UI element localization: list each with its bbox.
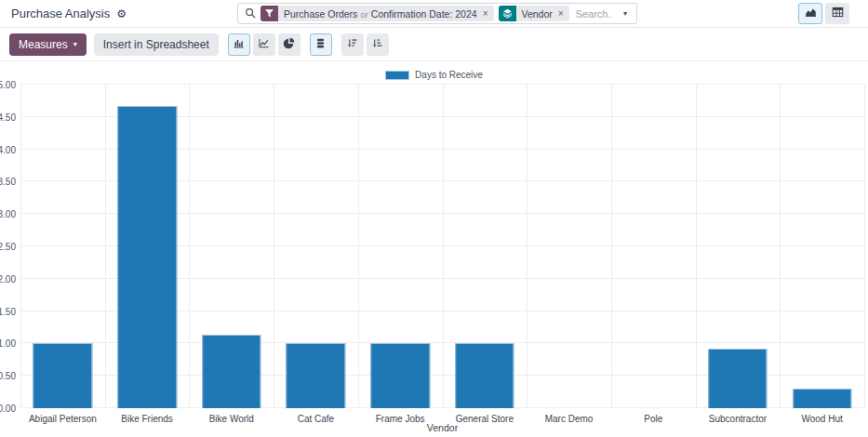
- v-gridline: [780, 85, 781, 408]
- chevron-down-icon: ▾: [73, 41, 77, 48]
- control-toolbar: Measures ▾ Insert in Spreadsheet: [0, 28, 868, 61]
- y-tick-label: 3.50: [0, 177, 16, 187]
- search-icon: [245, 7, 257, 20]
- y-tick-label: 1.00: [0, 338, 16, 349]
- sort-ascending-button[interactable]: [367, 33, 389, 56]
- graph-view-icon: [804, 6, 818, 21]
- bar[interactable]: [708, 349, 767, 408]
- view-switcher: [798, 3, 849, 24]
- y-tick-label: 0.00: [0, 404, 16, 414]
- sort-descending-button[interactable]: [341, 33, 364, 56]
- sort-group: [341, 33, 389, 56]
- close-icon[interactable]: ×: [479, 8, 494, 19]
- bar[interactable]: [370, 343, 429, 408]
- chart-legend[interactable]: Days to Receive: [0, 70, 868, 80]
- y-tick-label: 4.50: [0, 112, 16, 122]
- legend-label: Days to Receive: [415, 70, 483, 80]
- y-tick-label: 3.00: [0, 209, 16, 219]
- pie-chart-icon: [283, 37, 295, 52]
- stacked-icon: [314, 37, 327, 52]
- y-tick-label: 2.50: [0, 242, 16, 252]
- measures-button[interactable]: Measures ▾: [9, 33, 87, 56]
- pivot-view-button[interactable]: [825, 3, 849, 24]
- facet-filter-part1: Purchase Orders: [284, 8, 357, 20]
- facet-filter-part2: Confirmation Date: 2024: [371, 8, 477, 20]
- bar-chart-button[interactable]: [228, 33, 250, 56]
- facet-filter: Purchase OrdersorConfirmation Date: 2024…: [260, 6, 494, 21]
- v-gridline: [611, 85, 612, 408]
- facet-groupby-label: Vendor: [516, 8, 554, 20]
- v-gridline: [864, 85, 865, 408]
- search-input[interactable]: [574, 7, 614, 20]
- stacked-group: [310, 33, 332, 56]
- bar[interactable]: [202, 335, 260, 408]
- y-tick-label: 5.00: [0, 80, 16, 90]
- line-chart-icon: [258, 37, 270, 52]
- filter-icon: [260, 6, 278, 21]
- graph-view-button[interactable]: [798, 3, 822, 24]
- pie-chart-button[interactable]: [278, 33, 300, 56]
- bar[interactable]: [33, 343, 92, 408]
- search-bar[interactable]: Purchase OrdersorConfirmation Date: 2024…: [237, 3, 637, 24]
- v-gridline: [443, 85, 444, 408]
- graph-chart: Days to Receive 0.000.501.001.502.002.50…: [0, 61, 868, 436]
- chevron-down-icon[interactable]: ▾: [614, 9, 636, 18]
- gear-icon[interactable]: ⚙: [116, 8, 127, 20]
- v-gridline: [358, 85, 359, 408]
- y-tick-label: 0.50: [0, 371, 16, 381]
- measures-label: Measures: [19, 38, 68, 51]
- top-bar: Purchase Analysis ⚙ Purchase OrdersorCon…: [0, 0, 868, 28]
- bar[interactable]: [117, 106, 176, 408]
- insert-in-spreadsheet-button[interactable]: Insert in Spreadsheet: [94, 33, 219, 56]
- facet-groupby: Vendor ×: [499, 6, 569, 21]
- facet-filter-label: Purchase OrdersorConfirmation Date: 2024: [278, 8, 479, 20]
- y-tick-label: 4.00: [0, 144, 16, 154]
- legend-swatch: [385, 71, 409, 80]
- y-tick-label: 2.00: [0, 273, 16, 284]
- line-chart-button[interactable]: [253, 33, 275, 56]
- pivot-view-icon: [831, 6, 845, 21]
- v-gridline: [696, 85, 697, 408]
- x-axis-title: Vendor: [20, 422, 864, 433]
- v-gridline: [105, 85, 106, 408]
- plot-area: 0.000.501.001.502.002.503.003.504.004.50…: [20, 85, 864, 408]
- sort-ascending-icon: [371, 37, 383, 52]
- close-icon[interactable]: ×: [554, 8, 569, 19]
- v-gridline: [274, 85, 274, 408]
- v-gridline: [189, 85, 190, 408]
- layers-icon: [499, 6, 516, 21]
- y-tick-label: 1.50: [0, 306, 16, 316]
- bar[interactable]: [287, 343, 345, 408]
- stacked-toggle-button[interactable]: [310, 33, 332, 56]
- v-gridline: [527, 85, 527, 408]
- bar[interactable]: [793, 389, 851, 408]
- page-title: Purchase Analysis: [11, 7, 110, 20]
- v-gridline: [20, 85, 21, 408]
- facet-filter-joiner: or: [357, 9, 370, 20]
- bar-chart-icon: [233, 37, 245, 52]
- chart-type-group: [228, 33, 300, 56]
- sort-descending-icon: [346, 37, 358, 52]
- bar[interactable]: [455, 343, 514, 408]
